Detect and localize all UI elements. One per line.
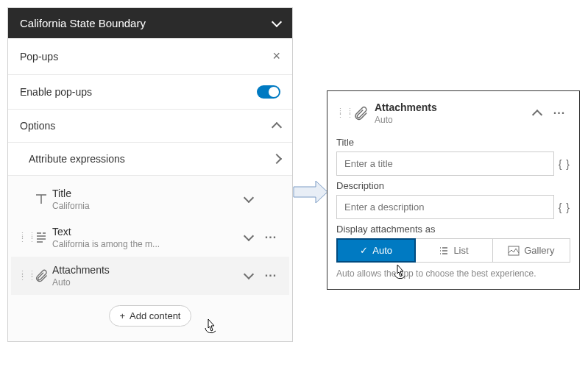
seg-auto-button[interactable]: ✓ Auto [336,238,416,263]
expand-button[interactable] [238,194,260,204]
chevron-right-icon [272,154,282,164]
text-icon [30,230,52,245]
popups-title: Pop-ups [20,51,58,63]
title-input[interactable] [336,151,554,176]
content-item-text[interactable]: ⋮⋮⋮⋮ Text California is among the m... ·… [11,218,289,257]
cursor-pointer-icon [393,263,406,279]
item-sub: California [52,201,238,211]
display-mode-segmented: ✓ Auto List Gallery [336,238,570,263]
options-row[interactable]: Options [8,110,292,143]
expand-button[interactable] [238,232,260,243]
content-item-attachments[interactable]: ⋮⋮⋮⋮ Attachments Auto ··· [11,257,289,295]
enable-popups-row: Enable pop-ups [8,75,292,110]
add-content-label: Add content [130,310,180,321]
arrow-connector-icon [292,179,329,204]
popup-config-panel: California State Boundary Pop-ups × Enab… [7,7,293,342]
detail-header-sub: Auto [375,115,526,125]
attachment-icon [350,105,372,121]
detail-title-block: Attachments Auto [375,101,526,125]
seg-gallery-label: Gallery [524,245,554,256]
collapse-button[interactable] [526,108,548,118]
gallery-icon [508,246,520,256]
drag-handle-icon[interactable]: ⋮⋮⋮⋮ [18,234,27,241]
more-button[interactable]: ··· [260,269,282,282]
layer-title: California State Boundary [20,17,146,29]
chevron-up-icon [272,122,282,132]
add-content-button[interactable]: + Add content [109,305,192,327]
description-field-label: Description [336,180,570,191]
seg-auto-label: Auto [372,245,392,256]
more-button[interactable]: ··· [548,107,570,120]
item-text: Text California is among the m... [52,226,238,249]
drag-handle-icon[interactable]: ⋮⋮⋮⋮ [336,110,345,117]
item-sub: California is among the m... [52,239,238,249]
description-input[interactable] [336,195,554,219]
attachments-detail-panel: ⋮⋮⋮⋮ Attachments Auto ··· Title { } Desc… [327,90,580,290]
seg-gallery-button[interactable]: Gallery [492,239,570,262]
attribute-expressions-row[interactable]: Attribute expressions [8,143,292,175]
cursor-pointer-icon [204,318,217,334]
content-list: ⋮⋮ Title California ··· ⋮⋮⋮⋮ Text Califo… [8,175,292,341]
item-label: Attachments [52,264,238,276]
item-text: Title California [52,188,238,211]
braces-icon[interactable]: { } [559,202,570,213]
chevron-down-icon[interactable] [272,16,282,26]
helper-text: Auto allows the app to choose the best e… [336,268,570,279]
item-sub: Auto [52,277,238,288]
expand-button[interactable] [238,271,260,281]
attr-expr-label: Attribute expressions [29,153,125,165]
close-icon[interactable]: × [272,49,280,64]
display-as-label: Display attachments as [336,224,570,235]
list-icon [439,246,449,256]
check-icon: ✓ [360,245,368,256]
drag-handle-icon[interactable]: ⋮⋮⋮⋮ [18,272,27,279]
enable-popups-toggle[interactable] [257,85,280,99]
title-icon [30,192,52,207]
item-label: Title [52,188,238,199]
popups-header-row: Pop-ups × [8,38,292,75]
attachment-icon [30,268,52,283]
plus-icon: + [120,310,126,321]
braces-icon[interactable]: { } [559,158,570,170]
item-text: Attachments Auto [52,264,238,288]
item-label: Text [52,226,238,238]
content-item-title[interactable]: ⋮⋮ Title California ··· [11,180,289,218]
more-button[interactable]: ··· [260,231,282,244]
detail-header: ⋮⋮⋮⋮ Attachments Auto ··· [336,99,570,132]
title-field-label: Title [336,137,570,148]
options-label: Options [20,120,55,132]
enable-popups-label: Enable pop-ups [20,86,92,98]
seg-list-label: List [453,245,468,256]
layer-header: California State Boundary [8,8,292,38]
seg-list-button[interactable]: List [415,239,492,262]
detail-header-label: Attachments [375,101,526,113]
